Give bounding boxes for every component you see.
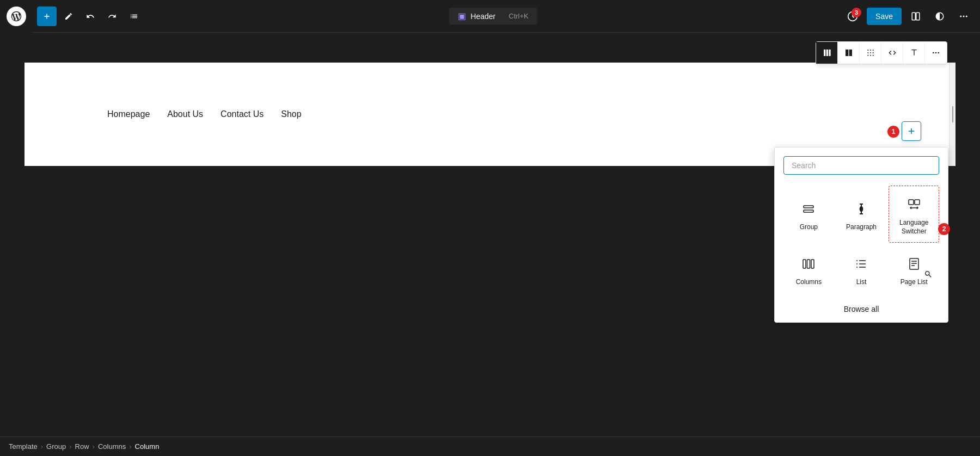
status-bar: Template › Group › Row › Columns › Colum… (0, 436, 980, 456)
header-shortcut: Ctrl+K (509, 12, 528, 20)
page-list-icon (904, 254, 924, 274)
header-title: Header (470, 12, 495, 21)
paragraph-label: Paragraph (846, 223, 877, 232)
svg-rect-30 (811, 260, 814, 268)
breadcrumb-sep-4: › (129, 442, 131, 451)
svg-point-13 (872, 50, 873, 51)
svg-rect-10 (849, 50, 852, 56)
svg-point-5 (966, 15, 967, 17)
block-toolbar-grid-btn[interactable] (860, 42, 881, 64)
svg-rect-7 (826, 50, 828, 56)
badge-3: 3 (852, 8, 861, 17)
svg-point-16 (872, 52, 873, 53)
breadcrumb-columns[interactable]: Columns (98, 442, 126, 451)
wp-logo-circle (7, 7, 26, 26)
page-list-label: Page List (901, 278, 928, 287)
list-label: List (856, 278, 867, 287)
toolbar-left (33, 7, 144, 26)
svg-rect-28 (803, 260, 806, 268)
svg-rect-8 (829, 50, 830, 56)
svg-rect-25 (909, 200, 914, 205)
blocks-grid: Group Paragraph LanguageSwitcher (775, 179, 948, 300)
svg-point-11 (867, 50, 868, 51)
list-icon (852, 254, 871, 274)
svg-rect-37 (910, 258, 918, 269)
breadcrumb-row[interactable]: Row (75, 442, 89, 451)
block-item-list[interactable]: List (836, 245, 887, 294)
block-toolbar-split-btn[interactable] (838, 42, 860, 64)
nav-item-homepage[interactable]: Homepage (101, 105, 156, 124)
svg-point-4 (963, 15, 965, 17)
svg-point-18 (870, 55, 871, 56)
block-item-columns[interactable]: Columns (783, 245, 834, 294)
svg-point-12 (870, 50, 871, 51)
add-block-button[interactable] (902, 121, 921, 141)
svg-point-21 (935, 52, 937, 54)
pen-tool-button[interactable] (59, 7, 78, 26)
block-search-area (775, 147, 948, 179)
svg-point-20 (933, 52, 934, 54)
block-item-paragraph[interactable]: Paragraph (836, 186, 887, 243)
svg-point-19 (872, 55, 873, 56)
svg-point-15 (870, 52, 871, 53)
nav-item-shop[interactable]: Shop (274, 105, 308, 124)
svg-point-22 (938, 52, 939, 54)
toolbar-center: ▣ Header Ctrl+K (144, 8, 843, 24)
svg-rect-26 (915, 200, 920, 205)
language-switcher-icon (904, 195, 924, 214)
undo-button[interactable] (81, 7, 100, 26)
block-toolbar (816, 41, 947, 64)
top-toolbar: ▣ Header Ctrl+K 3 Save (0, 0, 980, 33)
add-block-toolbar-button[interactable] (37, 7, 57, 26)
browse-all-button[interactable]: Browse all (775, 300, 948, 313)
wp-logo[interactable] (0, 0, 33, 33)
breadcrumb-template[interactable]: Template (9, 442, 38, 451)
nav-item-contact[interactable]: Contact Us (214, 105, 270, 124)
paragraph-icon (852, 199, 871, 219)
breadcrumb-sep-3: › (93, 442, 95, 451)
handle-bar-right (952, 106, 953, 122)
block-inserter-popup: Group Paragraph LanguageSwitcher (774, 147, 948, 323)
svg-rect-6 (824, 50, 825, 56)
layout-view-button[interactable] (906, 7, 926, 26)
badge-3-button[interactable]: 3 (843, 7, 862, 26)
svg-rect-2 (916, 13, 920, 20)
group-icon (799, 199, 818, 219)
badge-1: 1 (887, 126, 899, 138)
right-resize-handle[interactable] (949, 63, 955, 166)
canvas-area: Homepage About Us Contact Us Shop 1 (0, 33, 980, 436)
svg-point-17 (867, 55, 868, 56)
badge-2: 2 (938, 223, 950, 235)
block-item-page-list[interactable]: Page List (889, 245, 939, 294)
svg-rect-9 (846, 50, 848, 56)
save-button[interactable]: Save (867, 8, 902, 25)
header-icon: ▣ (458, 11, 466, 21)
breadcrumb-sep-2: › (69, 442, 71, 451)
columns-label: Columns (796, 278, 822, 287)
contrast-button[interactable] (930, 7, 950, 26)
svg-point-3 (960, 15, 961, 17)
header-label[interactable]: ▣ Header Ctrl+K (449, 8, 537, 24)
breadcrumb-sep-1: › (41, 442, 43, 451)
breadcrumb-group[interactable]: Group (46, 442, 66, 451)
block-search-input[interactable] (783, 156, 939, 175)
svg-point-14 (867, 52, 868, 53)
nav-item-about[interactable]: About Us (161, 105, 210, 124)
svg-rect-23 (804, 206, 813, 208)
language-switcher-label: LanguageSwitcher (899, 219, 928, 236)
block-toolbar-code-btn[interactable] (881, 42, 903, 64)
block-item-language-switcher[interactable]: LanguageSwitcher (889, 186, 939, 243)
svg-rect-24 (804, 210, 813, 212)
block-toolbar-more-btn[interactable] (925, 42, 947, 64)
list-view-button[interactable] (124, 7, 144, 26)
block-item-group[interactable]: Group (783, 186, 834, 243)
toolbar-right: 3 Save (843, 7, 980, 26)
block-toolbar-text-btn[interactable] (903, 42, 925, 64)
svg-rect-29 (807, 260, 810, 268)
svg-rect-1 (912, 13, 915, 20)
columns-icon (799, 254, 818, 274)
more-options-button[interactable] (954, 7, 973, 26)
redo-button[interactable] (102, 7, 122, 26)
breadcrumb-column[interactable]: Column (135, 442, 160, 451)
block-toolbar-columns-btn[interactable] (816, 42, 838, 64)
